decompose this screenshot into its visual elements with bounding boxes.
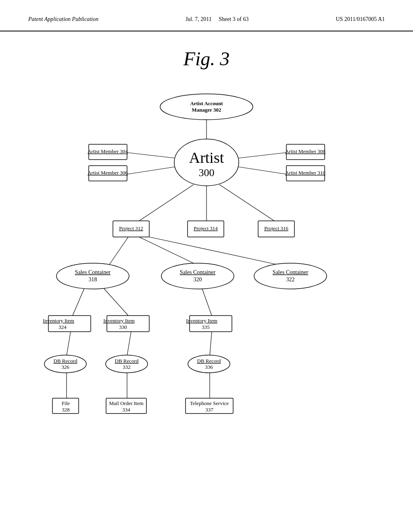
- svg-text:324: 324: [58, 324, 67, 330]
- svg-text:Sales Container: Sales Container: [273, 269, 309, 275]
- sheet-number: Sheet 3 of 63: [219, 16, 248, 22]
- svg-text:DB Record: DB Record: [115, 358, 139, 364]
- svg-line-16: [210, 332, 212, 356]
- svg-text:Mail Order Item: Mail Order Item: [109, 400, 143, 406]
- svg-text:Sales Container: Sales Container: [75, 269, 111, 275]
- sales-container-322-node: [254, 263, 327, 289]
- svg-text:Manager 302: Manager 302: [192, 107, 221, 113]
- svg-text:File: File: [62, 400, 70, 406]
- svg-text:DB Record: DB Record: [197, 358, 221, 364]
- svg-text:332: 332: [123, 364, 131, 370]
- svg-line-3: [236, 152, 288, 158]
- svg-text:Project 316: Project 316: [264, 225, 288, 231]
- svg-text:335: 335: [202, 324, 210, 330]
- svg-text:Telephone Service: Telephone Service: [190, 400, 229, 406]
- svg-line-1: [125, 152, 177, 158]
- svg-text:Project 314: Project 314: [194, 225, 218, 231]
- diagram-container: Artist Account Manager 302 Artist 300 Ar…: [0, 82, 413, 525]
- svg-line-7: [219, 185, 274, 221]
- svg-text:300: 300: [199, 167, 215, 179]
- svg-line-13: [202, 287, 212, 316]
- svg-text:Artist Account: Artist Account: [190, 100, 223, 106]
- svg-text:Artist Member 308: Artist Member 308: [285, 148, 325, 154]
- svg-text:326: 326: [61, 364, 69, 370]
- svg-text:337: 337: [205, 407, 213, 413]
- svg-line-14: [67, 332, 71, 356]
- svg-text:DB Record: DB Record: [54, 358, 77, 364]
- svg-text:334: 334: [122, 407, 130, 413]
- svg-text:Inventory Item: Inventory Item: [103, 318, 135, 324]
- svg-line-8: [109, 237, 128, 265]
- patent-number: US 2011/0167005 A1: [336, 16, 385, 23]
- svg-text:320: 320: [194, 276, 202, 283]
- figure-title: Fig. 3: [0, 48, 413, 70]
- svg-text:330: 330: [119, 324, 127, 330]
- sales-container-320-node: [161, 263, 234, 289]
- svg-line-5: [139, 185, 194, 221]
- page-header: Patent Application Publication Jul. 7, 2…: [0, 0, 413, 31]
- svg-line-11: [73, 287, 85, 316]
- svg-line-15: [127, 332, 131, 356]
- svg-text:Artist Member 306: Artist Member 306: [88, 170, 128, 176]
- svg-line-12: [103, 287, 128, 316]
- svg-line-4: [236, 166, 288, 175]
- svg-text:318: 318: [89, 276, 97, 283]
- svg-text:Artist: Artist: [189, 149, 224, 166]
- svg-text:Inventory Item: Inventory Item: [43, 318, 74, 324]
- diagram-svg: Artist Account Manager 302 Artist 300 Ar…: [0, 82, 413, 525]
- svg-text:Artist Member 304: Artist Member 304: [88, 148, 128, 154]
- svg-line-2: [125, 166, 177, 175]
- svg-text:322: 322: [286, 276, 295, 283]
- svg-text:Sales Container: Sales Container: [180, 269, 216, 275]
- publication-date: Jul. 7, 2011: [186, 16, 212, 22]
- svg-text:336: 336: [205, 364, 213, 370]
- svg-text:Project 312: Project 312: [119, 225, 143, 231]
- svg-text:328: 328: [62, 407, 70, 413]
- publication-title: Patent Application Publication: [28, 16, 98, 23]
- svg-text:Artist Member 310: Artist Member 310: [285, 170, 325, 176]
- sheet-info: Jul. 7, 2011 Sheet 3 of 63: [186, 16, 249, 23]
- svg-text:Inventory Item: Inventory Item: [186, 318, 217, 324]
- sales-container-318-node: [56, 263, 129, 289]
